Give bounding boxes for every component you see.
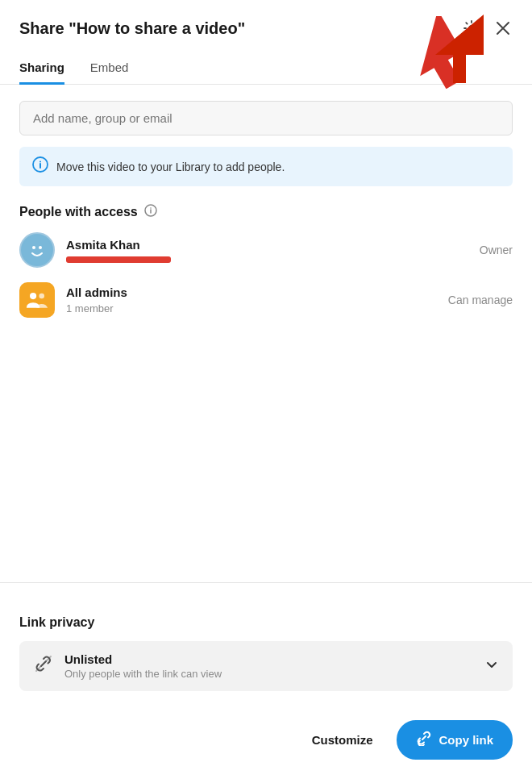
privacy-selector[interactable]: Unlisted Only people with the link can v…	[19, 641, 513, 691]
info-banner-text: Move this video to your Library to add p…	[56, 160, 285, 173]
share-modal: Share "How to share a video" Sharing Emb…	[0, 0, 532, 779]
svg-point-8	[32, 246, 35, 249]
customize-button[interactable]: Customize	[301, 725, 384, 755]
person-name-asmita: Asmita Khan	[66, 238, 171, 252]
svg-point-7	[23, 235, 52, 265]
person-sub-admins: 1 member	[66, 302, 127, 315]
people-info-icon[interactable]	[144, 204, 157, 219]
avatar-asmita	[19, 232, 55, 268]
privacy-option-label: Unlisted	[64, 652, 222, 666]
modal-footer: Customize Copy link	[0, 707, 532, 779]
svg-rect-11	[23, 285, 52, 315]
section-divider	[0, 582, 532, 583]
person-name-bar	[66, 256, 171, 263]
person-row-asmita: Asmita Khan Owner	[19, 232, 513, 268]
link-privacy-section: Link privacy Unlisted Only people with t…	[0, 599, 532, 707]
people-section-title: People with access	[19, 204, 513, 219]
link-privacy-title: Link privacy	[19, 615, 513, 630]
modal-body: Move this video to your Library to add p…	[0, 85, 532, 465]
smiley-icon	[23, 235, 52, 265]
tab-embed[interactable]: Embed	[90, 52, 129, 85]
svg-point-13	[39, 294, 44, 299]
svg-point-4	[39, 161, 41, 163]
svg-point-12	[30, 293, 36, 299]
tabs-container: Sharing Embed	[0, 52, 532, 85]
person-name-admins: All admins	[66, 285, 127, 299]
person-role-asmita: Owner	[480, 244, 513, 256]
copy-link-icon	[416, 730, 432, 750]
gear-icon	[463, 19, 480, 37]
search-input[interactable]	[19, 101, 513, 135]
person-row-admins: All admins 1 member Can manage	[19, 282, 513, 318]
avatar-admins	[19, 282, 55, 318]
tab-sharing[interactable]: Sharing	[19, 52, 64, 85]
admins-group-icon	[23, 285, 52, 315]
header-icons	[461, 18, 513, 39]
copy-link-button[interactable]: Copy link	[397, 720, 513, 760]
copy-link-label: Copy link	[438, 733, 493, 747]
settings-button[interactable]	[461, 18, 482, 39]
close-icon	[495, 20, 511, 36]
svg-point-6	[150, 207, 152, 209]
unlisted-icon	[32, 652, 55, 680]
person-role-admins: Can manage	[448, 294, 513, 306]
svg-point-2	[469, 26, 474, 31]
svg-point-9	[39, 246, 42, 249]
close-button[interactable]	[493, 19, 513, 38]
privacy-option-desc: Only people with the link can view	[64, 668, 222, 680]
info-icon	[32, 156, 48, 177]
modal-title: Share "How to share a video"	[19, 19, 245, 38]
info-banner: Move this video to your Library to add p…	[19, 147, 513, 186]
chevron-down-icon	[484, 656, 500, 677]
modal-header: Share "How to share a video"	[0, 0, 532, 39]
